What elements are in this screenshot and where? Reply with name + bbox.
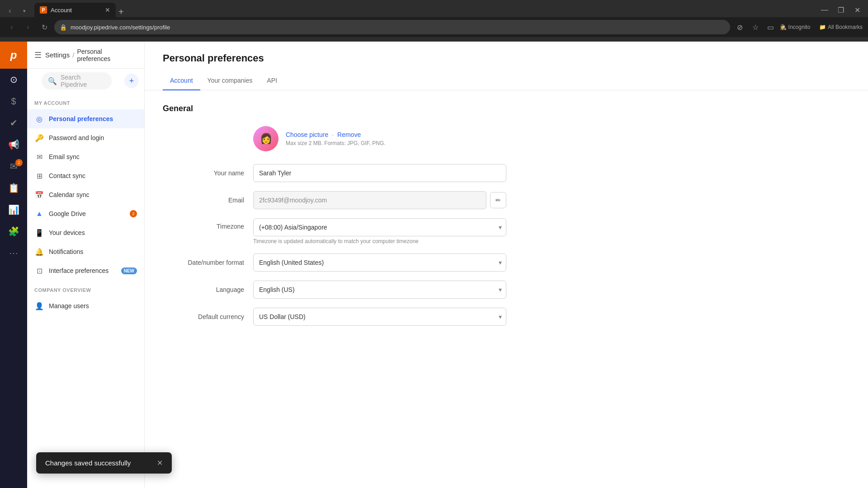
name-label: Your name xyxy=(163,169,253,177)
pic-actions: Choose picture · Remove Max size 2 MB. F… xyxy=(286,131,386,146)
manage-users-icon: 👤 xyxy=(34,301,44,311)
rail-icon-target[interactable]: ⊙ xyxy=(0,69,27,90)
sidebar-item-calendar-sync[interactable]: 📅 Calendar sync xyxy=(27,185,144,204)
rail-icon-more[interactable]: ⋯ xyxy=(0,242,27,264)
google-drive-icon: ▲ xyxy=(34,209,44,219)
content-area: General 👩 Choose picture · Remove Max si… xyxy=(145,90,868,348)
tab-close-btn[interactable]: ✕ xyxy=(105,6,110,14)
remove-picture-link[interactable]: Remove xyxy=(337,131,361,138)
notifications-label: Notifications xyxy=(49,248,83,255)
active-tab[interactable]: P Account ✕ xyxy=(34,3,116,17)
win-minimize-btn[interactable]: — xyxy=(817,5,832,15)
notifications-icon: 🔔 xyxy=(34,247,44,257)
sidebar-item-interface-preferences[interactable]: ⊡ Interface preferences NEW xyxy=(27,261,144,280)
tab-back-btn[interactable]: ‹ xyxy=(4,5,16,17)
personal-prefs-label: Personal preferences xyxy=(49,115,113,122)
email-sync-label: Email sync xyxy=(49,153,80,160)
toast: Changes saved successfully ✕ xyxy=(36,452,172,474)
date-format-select[interactable]: English (United States) xyxy=(253,253,506,272)
contact-sync-icon: ⊞ xyxy=(34,171,44,181)
address-text: moodjoy.pipedrive.com/settings/profile xyxy=(71,24,725,31)
edit-email-btn[interactable]: ✏ xyxy=(490,192,506,208)
sidebar-search-row: 🔍 Search Pipedrive + xyxy=(27,69,144,93)
win-maximize-btn[interactable]: ❐ xyxy=(834,5,848,15)
date-format-label: Date/number format xyxy=(163,259,253,266)
sidebar-search[interactable]: 🔍 Search Pipedrive xyxy=(42,72,112,89)
sidebar-item-google-drive[interactable]: ▲ Google Drive 2 xyxy=(27,204,144,223)
interface-prefs-icon: ⊡ xyxy=(34,266,44,276)
rail-icon-deals[interactable]: $ xyxy=(0,90,27,112)
sidebar-item-email-sync[interactable]: ✉ Email sync xyxy=(27,147,144,166)
sidebar-btn[interactable]: ▭ xyxy=(764,21,777,33)
email-sync-icon: ✉ xyxy=(34,152,44,162)
toast-message: Changes saved successfully xyxy=(45,459,131,467)
name-control xyxy=(253,164,506,182)
toast-close-btn[interactable]: ✕ xyxy=(157,459,163,467)
your-devices-label: Your devices xyxy=(49,229,85,236)
your-devices-icon: 📱 xyxy=(34,228,44,238)
company-overview-header: COMPANY OVERVIEW xyxy=(27,280,144,296)
sidebar-menu-btn[interactable]: ☰ xyxy=(34,50,42,60)
add-btn[interactable]: + xyxy=(124,74,139,88)
timezone-select[interactable]: (+08:00) Asia/Singapore xyxy=(253,218,506,236)
sidebar-item-password-login[interactable]: 🔑 Password and login xyxy=(27,128,144,147)
sidebar: ☰ Settings / Personal preferences 🔍 Sear… xyxy=(27,42,145,488)
timezone-label: Timezone xyxy=(163,218,253,230)
name-input[interactable] xyxy=(253,164,506,182)
interface-prefs-label: Interface preferences xyxy=(49,267,108,274)
rail-icon-campaigns[interactable]: 📢 xyxy=(0,134,27,155)
form-row-name: Your name xyxy=(163,164,506,182)
rail-icon-forecast[interactable]: 📊 xyxy=(0,199,27,221)
language-select[interactable]: English (US) xyxy=(253,281,506,299)
sidebar-item-notifications[interactable]: 🔔 Notifications xyxy=(27,242,144,261)
calendar-sync-label: Calendar sync xyxy=(49,191,90,198)
avatar-emoji: 👩 xyxy=(260,133,272,145)
sidebar-item-manage-users[interactable]: 👤 Manage users xyxy=(27,296,144,315)
pic-dot-sep: · xyxy=(332,131,334,138)
tab-api[interactable]: API xyxy=(259,71,284,90)
sidebar-header: ☰ Settings / Personal preferences xyxy=(27,42,144,69)
nav-back-btn[interactable]: ‹ xyxy=(5,21,18,33)
my-account-header: MY ACCOUNT xyxy=(27,93,144,109)
nav-refresh-btn[interactable]: ↻ xyxy=(38,21,51,33)
address-bar[interactable]: 🔒 moodjoy.pipedrive.com/settings/profile xyxy=(54,20,730,34)
form-row-email: Email ✏ xyxy=(163,191,506,209)
mail-badge: 2 xyxy=(15,159,23,166)
tab-dropdown-btn[interactable]: ▾ xyxy=(18,5,31,17)
tab-favicon: P xyxy=(40,6,47,14)
bookmark-btn[interactable]: ☆ xyxy=(749,21,762,33)
rail-icon-reports[interactable]: 📋 xyxy=(0,177,27,199)
tab-account[interactable]: Account xyxy=(163,71,200,90)
manage-users-label: Manage users xyxy=(49,302,89,310)
breadcrumb-sep: / xyxy=(72,51,74,59)
date-format-wrap: English (United States) ▾ xyxy=(253,253,506,272)
rail-icon-mail[interactable]: ✉ 2 xyxy=(0,155,27,177)
rail-icon-activities[interactable]: ✔ xyxy=(0,112,27,134)
tab-your-companies[interactable]: Your companies xyxy=(200,71,260,90)
sidebar-item-contact-sync[interactable]: ⊞ Contact sync xyxy=(27,166,144,185)
timezone-hint: Timezone is updated automatically to mat… xyxy=(253,238,506,244)
rail-icon-products[interactable]: 🧩 xyxy=(0,221,27,242)
nav-forward-btn[interactable]: › xyxy=(22,21,34,33)
new-tab-btn[interactable]: + xyxy=(118,7,124,17)
tab-title: Account xyxy=(51,7,101,14)
choose-picture-link[interactable]: Choose picture xyxy=(286,131,328,138)
rail-logo[interactable]: p xyxy=(0,42,27,69)
breadcrumb-root: Settings xyxy=(45,51,70,59)
address-lock-icon: 🔒 xyxy=(60,24,67,31)
email-input[interactable] xyxy=(253,191,486,209)
no-image-btn[interactable]: ⊘ xyxy=(734,21,746,33)
contact-sync-label: Contact sync xyxy=(49,172,85,179)
sidebar-item-personal-preferences[interactable]: ◎ Personal preferences xyxy=(27,109,144,128)
timezone-col: (+08:00) Asia/Singapore ▾ Timezone is up… xyxy=(253,218,506,244)
email-label: Email xyxy=(163,197,253,204)
incognito-badge: 🕵 Incognito xyxy=(780,21,811,33)
calendar-sync-icon: 📅 xyxy=(34,190,44,200)
logo-letter: p xyxy=(10,49,17,61)
profile-pic-row: 👩 Choose picture · Remove Max size 2 MB.… xyxy=(253,126,850,151)
currency-select[interactable]: US Dollar (USD) xyxy=(253,308,506,326)
sidebar-item-your-devices[interactable]: 📱 Your devices xyxy=(27,223,144,242)
section-general: General xyxy=(163,104,850,113)
form-row-currency: Default currency US Dollar (USD) ▾ xyxy=(163,308,506,326)
win-close-btn[interactable]: ✕ xyxy=(850,5,864,15)
